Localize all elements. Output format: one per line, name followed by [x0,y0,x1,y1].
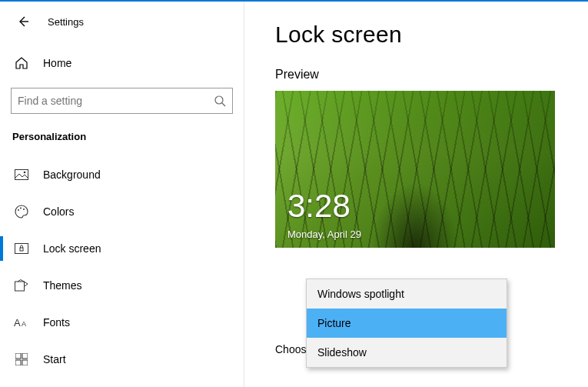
themes-icon [14,279,29,292]
nav-label: Colors [43,205,74,218]
nav-label: Background [43,168,101,181]
nav-item-colors[interactable]: Colors [0,193,244,230]
svg-text:A: A [14,317,21,329]
svg-line-1 [222,103,225,106]
lock-screen-preview: 3:28 Monday, April 29 [275,91,555,248]
nav-item-lock-screen[interactable]: Lock screen [0,230,244,267]
svg-rect-9 [15,282,25,291]
svg-point-5 [20,208,22,209]
search-icon [214,95,226,107]
preview-time: 3:28 [287,188,350,225]
dropdown-item-picture[interactable]: Picture [307,309,507,338]
home-label: Home [43,57,71,69]
svg-rect-12 [15,353,21,359]
svg-rect-15 [22,360,28,365]
nav-label: Lock screen [43,242,101,255]
arrow-left-icon [17,15,29,28]
sidebar: Settings Home Personalization Background… [0,0,244,387]
svg-point-3 [24,172,26,174]
back-button[interactable] [14,12,32,31]
svg-point-0 [215,96,223,104]
svg-rect-13 [22,353,28,359]
background-dropdown[interactable]: Windows spotlight Picture Slideshow [306,279,507,368]
preview-label: Preview [275,68,588,82]
dropdown-item-label: Picture [317,317,351,329]
home-nav[interactable]: Home [0,46,244,80]
home-icon [14,56,29,70]
dropdown-item-label: Windows spotlight [317,288,404,300]
nav-item-background[interactable]: Background [0,156,244,193]
search-input[interactable] [18,95,214,107]
svg-point-4 [18,209,19,211]
app-title: Settings [48,16,84,28]
nav-item-start[interactable]: Start [0,341,244,378]
dropdown-item-label: Slideshow [317,346,367,359]
svg-point-6 [23,209,25,210]
page-title: Lock screen [275,22,588,48]
search-box[interactable] [11,88,233,114]
picture-icon [14,169,29,180]
nav-list: Background Colors Lock screen Themes AA … [0,156,244,378]
svg-rect-2 [15,170,28,180]
dropdown-item-spotlight[interactable]: Windows spotlight [307,279,507,309]
svg-text:A: A [22,320,26,328]
svg-rect-14 [15,360,21,365]
nav-label: Themes [43,279,82,292]
nav-label: Start [43,353,66,365]
section-label: Personalization [0,114,244,148]
lock-screen-icon [14,243,29,254]
nav-item-themes[interactable]: Themes [0,267,244,304]
svg-rect-8 [20,248,23,251]
dropdown-item-slideshow[interactable]: Slideshow [307,338,507,367]
start-icon [14,353,29,365]
svg-rect-7 [15,244,28,254]
nav-item-fonts[interactable]: AA Fonts [0,304,244,341]
fonts-icon: AA [14,316,29,329]
preview-date: Monday, April 29 [287,229,361,240]
nav-label: Fonts [43,316,70,329]
palette-icon [14,205,29,219]
